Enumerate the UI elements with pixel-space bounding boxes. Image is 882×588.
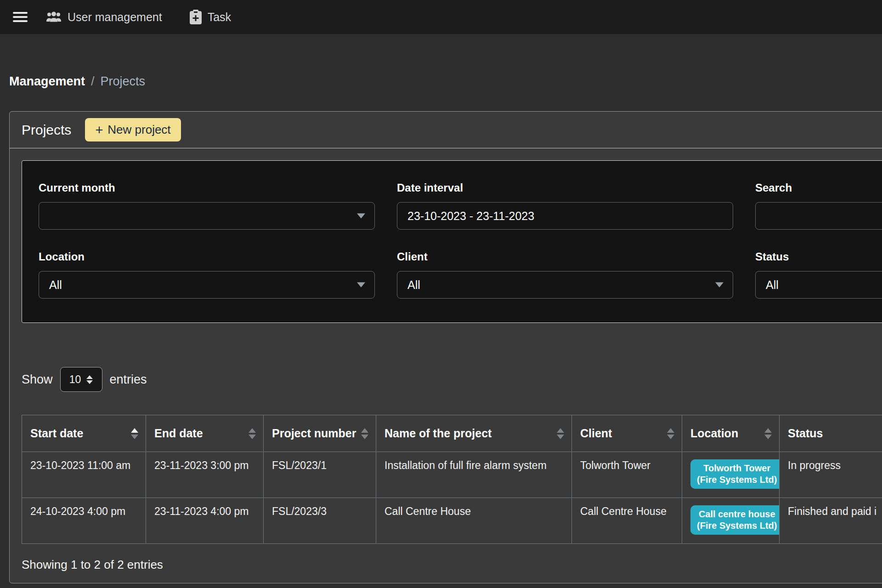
panel-body: Current month Date interval Search Locat…	[10, 148, 882, 583]
breadcrumb-projects: Projects	[101, 74, 146, 89]
show-entries: Show 10 entries	[22, 367, 882, 392]
location-select[interactable]: All	[39, 271, 375, 299]
panel-title: Projects	[22, 122, 71, 138]
projects-table: Start date End date Project number Name …	[22, 415, 882, 544]
users-icon	[46, 11, 62, 23]
table-row: 23-10-2023 11:00 am 23-11-2023 3:00 pm F…	[22, 452, 882, 498]
column-header-client[interactable]: Client	[572, 415, 682, 452]
filter-client: Client All	[397, 250, 733, 299]
cell-end-date: 23-11-2023 4:00 pm	[146, 498, 264, 544]
nav-label: Task	[208, 11, 231, 24]
projects-panel: Projects + New project Current month Dat…	[9, 111, 882, 583]
breadcrumb: Management / Projects	[9, 74, 882, 89]
status-value: All	[766, 278, 779, 292]
sort-icon	[249, 428, 256, 439]
nav-user-management[interactable]: User management	[46, 11, 162, 24]
filter-location: Location All	[39, 250, 375, 299]
current-month-select[interactable]	[39, 202, 375, 230]
chevron-down-icon	[357, 214, 365, 219]
status-label: Status	[755, 250, 882, 264]
filter-date-interval: Date interval	[397, 181, 733, 230]
cell-end-date: 23-11-2023 3:00 pm	[146, 452, 264, 498]
clipboard-plus-icon	[190, 10, 202, 24]
stepper-arrows-icon	[86, 375, 93, 384]
breadcrumb-management[interactable]: Management	[9, 74, 85, 89]
filter-current-month: Current month	[39, 181, 375, 230]
cell-start-date: 24-10-2023 4:00 pm	[22, 498, 146, 544]
chevron-down-icon	[357, 283, 365, 288]
cell-status: Finished and paid i	[780, 498, 882, 544]
hamburger-icon	[13, 12, 28, 14]
new-project-label: New project	[107, 123, 170, 137]
nav-label: User management	[68, 11, 162, 24]
search-label: Search	[755, 181, 882, 195]
table-header-row: Start date End date Project number Name …	[22, 415, 882, 452]
nav-task[interactable]: Task	[190, 10, 231, 24]
client-value: All	[407, 278, 420, 292]
breadcrumb-separator: /	[91, 74, 95, 89]
topbar: User management Task	[0, 0, 882, 34]
entries-summary: Showing 1 to 2 of 2 entries	[22, 558, 882, 572]
location-value: All	[49, 278, 62, 292]
cell-project-name: Installation of full fire alarm system	[376, 452, 572, 498]
entries-label: entries	[110, 373, 147, 387]
column-header-location[interactable]: Location	[682, 415, 780, 452]
column-header-start-date[interactable]: Start date	[22, 415, 146, 452]
sort-icon	[557, 428, 564, 439]
cell-client: Tolworth Tower	[572, 452, 682, 498]
date-interval-input[interactable]	[397, 202, 733, 230]
sort-icon	[131, 428, 138, 439]
table-row: 24-10-2023 4:00 pm 23-11-2023 4:00 pm FS…	[22, 498, 882, 544]
client-select[interactable]: All	[397, 271, 733, 299]
filters-panel: Current month Date interval Search Locat…	[22, 160, 882, 323]
cell-location: Tolworth Tower (Fire Systems Ltd)	[682, 452, 780, 498]
page-size-select[interactable]: 10	[60, 367, 102, 392]
new-project-button[interactable]: + New project	[85, 118, 181, 141]
cell-project-number: FSL/2023/3	[264, 498, 376, 544]
location-badge[interactable]: Tolworth Tower (Fire Systems Ltd)	[690, 459, 780, 489]
cell-project-name: Call Centre House	[376, 498, 572, 544]
date-interval-label: Date interval	[397, 181, 733, 195]
cell-start-date: 23-10-2023 11:00 am	[22, 452, 146, 498]
panel-header: Projects + New project	[10, 112, 882, 148]
location-label: Location	[39, 250, 375, 264]
status-select[interactable]: All	[755, 271, 882, 299]
search-input[interactable]	[755, 202, 882, 230]
chevron-down-icon	[715, 283, 724, 288]
plus-icon: +	[95, 124, 103, 136]
sort-icon	[361, 428, 368, 439]
client-label: Client	[397, 250, 733, 264]
cell-location: Call centre house (Fire Systems Ltd)	[682, 498, 780, 544]
filter-status: Status All	[755, 250, 882, 299]
sort-icon	[667, 428, 674, 439]
location-badge[interactable]: Call centre house (Fire Systems Ltd)	[690, 505, 780, 535]
column-header-project-number[interactable]: Project number	[264, 415, 376, 452]
column-header-status[interactable]: Status	[780, 415, 882, 452]
column-header-end-date[interactable]: End date	[146, 415, 264, 452]
sort-icon	[764, 428, 772, 439]
filter-search: Search	[755, 181, 882, 230]
cell-client: Call Centre House	[572, 498, 682, 544]
current-month-label: Current month	[39, 181, 375, 195]
menu-toggle-button[interactable]	[13, 12, 28, 22]
show-label: Show	[22, 373, 53, 387]
cell-project-number: FSL/2023/1	[264, 452, 376, 498]
cell-status: In progress	[780, 452, 882, 498]
topbar-nav: User management Task	[46, 10, 259, 24]
column-header-name[interactable]: Name of the project	[376, 415, 572, 452]
page-size-value: 10	[69, 373, 81, 386]
